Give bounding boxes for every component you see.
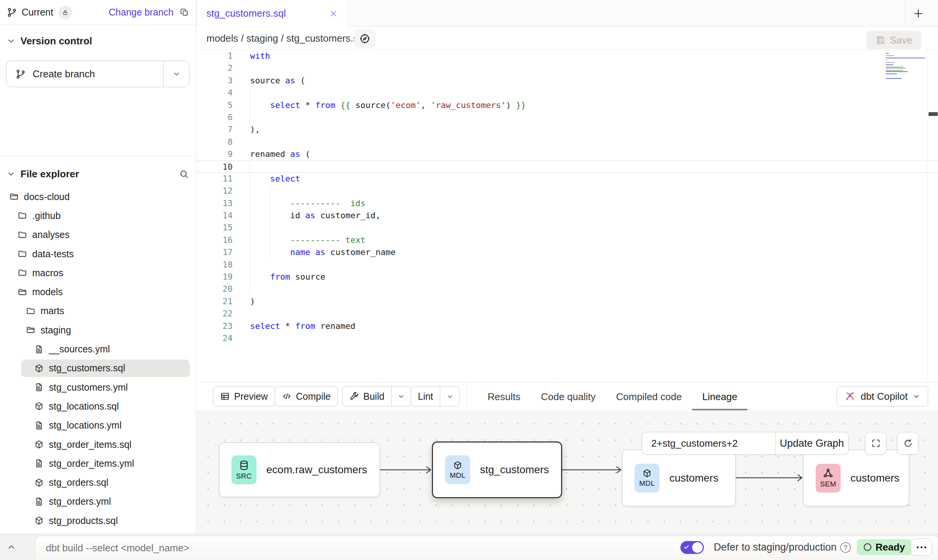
code-line-18[interactable]: 18 xyxy=(196,259,938,271)
defer-toggle[interactable] xyxy=(680,541,704,554)
tree-item-stg-order-items-sql[interactable]: stg_order_items.sql xyxy=(0,435,196,454)
code-line-21[interactable]: 21) xyxy=(196,296,938,308)
file-explorer-header[interactable]: File explorer xyxy=(0,165,196,183)
lineage-selector-input[interactable] xyxy=(642,432,775,454)
toggle-knob xyxy=(692,542,703,553)
line-number: 21 xyxy=(196,296,233,308)
lineage-node-ecom-raw-customers[interactable]: SRCecom.raw_customers xyxy=(219,443,380,497)
tree-item--github[interactable]: .github xyxy=(0,206,196,225)
tab-compiled-code[interactable]: Compiled code xyxy=(606,383,692,411)
tree-item--sources-yml[interactable]: __sources.yml xyxy=(0,339,196,358)
chevron-up-icon[interactable] xyxy=(6,542,17,552)
lineage-node-customers[interactable]: SEMcustomers xyxy=(803,450,909,506)
create-branch-dropdown[interactable] xyxy=(163,61,189,87)
minimap[interactable] xyxy=(886,53,926,80)
tree-item-label: stg_order_items.yml xyxy=(49,458,134,469)
compile-button[interactable]: Compile xyxy=(275,386,338,407)
code-line-11[interactable]: 11 select xyxy=(196,173,938,185)
create-branch-button[interactable]: Create branch xyxy=(6,61,189,87)
tree-item-staging[interactable]: staging xyxy=(0,321,196,339)
tab-results[interactable]: Results xyxy=(477,383,531,411)
tree-item-stg-locations-yml[interactable]: stg_locations.yml xyxy=(0,416,196,435)
refresh-button[interactable] xyxy=(897,432,919,455)
preview-button[interactable]: Preview xyxy=(213,386,275,407)
current-branch-label: Current xyxy=(22,7,53,18)
code-line-17[interactable]: 17 name as customer_name xyxy=(196,246,938,258)
minimap-line xyxy=(886,62,895,63)
tree-item-models[interactable]: models xyxy=(0,282,196,301)
tree-item-stg-order-items-yml[interactable]: stg_order_items.yml xyxy=(0,454,196,473)
more-options-button[interactable] xyxy=(911,538,932,556)
code-line-5[interactable]: 5 select * from {{ source('ecom', 'raw_c… xyxy=(196,99,938,111)
code-line-13[interactable]: 13 ---------- ids xyxy=(196,197,938,210)
tree-item-docs-cloud[interactable]: docs-cloud xyxy=(0,187,196,206)
code-line-9[interactable]: 9renamed as ( xyxy=(196,148,938,160)
lint-button[interactable]: Lint xyxy=(411,386,460,407)
save-button[interactable]: Save xyxy=(866,31,921,49)
code-line-8[interactable]: 8 xyxy=(196,136,938,148)
code-line-15[interactable]: 15 xyxy=(196,222,938,234)
code-line-22[interactable]: 22 xyxy=(196,308,938,320)
tree-item-analyses[interactable]: analyses xyxy=(0,225,196,244)
file-icon xyxy=(34,344,44,354)
code-line-20[interactable]: 20 xyxy=(196,283,938,295)
line-content: from source xyxy=(250,271,325,283)
command-input[interactable] xyxy=(46,536,387,560)
minimap-line xyxy=(886,67,903,67)
tree-item-marts[interactable]: marts xyxy=(0,302,196,321)
lineage-node-stg-customers[interactable]: MDLstg_customers xyxy=(432,441,562,498)
preview-label: Preview xyxy=(234,391,268,402)
code-line-19[interactable]: 19 from source xyxy=(196,271,938,283)
tree-item-stg-locations-sql[interactable]: stg_locations.sql xyxy=(0,397,196,416)
scrollbar-thumb[interactable] xyxy=(929,112,938,116)
help-icon[interactable]: ? xyxy=(840,542,851,553)
dbt-copilot-button[interactable]: dbt Copilot xyxy=(836,386,928,407)
tree-item-label: .github xyxy=(32,210,61,221)
tree-item-stg-customers-sql[interactable]: stg_customers.sql xyxy=(0,359,196,378)
create-branch-main[interactable]: Create branch xyxy=(6,61,163,87)
code-line-23[interactable]: 23select * from renamed xyxy=(196,320,938,332)
code-line-24[interactable]: 24 xyxy=(196,332,938,344)
code-line-14[interactable]: 14 id as customer_id, xyxy=(196,210,938,222)
build-button[interactable]: Build xyxy=(342,386,411,407)
code-line-1[interactable]: 1with xyxy=(196,50,938,62)
build-dropdown[interactable] xyxy=(391,386,411,406)
lineage-controls: Update Graph xyxy=(642,432,849,455)
update-graph-button[interactable]: Update Graph xyxy=(775,432,848,454)
node-label: stg_customers xyxy=(480,464,549,476)
version-control-header[interactable]: Version control xyxy=(0,32,196,50)
tree-item-data-tests[interactable]: data-tests xyxy=(0,244,196,263)
line-number: 23 xyxy=(196,320,233,332)
tree-item-macros[interactable]: macros xyxy=(0,263,196,282)
tree-item-stg-orders-sql[interactable]: stg_orders.sql xyxy=(0,473,196,492)
code-line-16[interactable]: 16 ---------- text xyxy=(196,234,938,246)
lint-dropdown[interactable] xyxy=(440,386,460,406)
code-line-3[interactable]: 3source as ( xyxy=(196,75,938,87)
tree-item-stg-products-sql[interactable]: stg_products.sql xyxy=(0,511,196,530)
code-line-10[interactable]: 10 xyxy=(196,161,938,173)
line-content: ---------- ids xyxy=(250,197,366,210)
code-line-7[interactable]: 7), xyxy=(196,124,938,136)
code-line-2[interactable]: 2 xyxy=(196,62,938,74)
code-line-6[interactable]: 6 xyxy=(196,111,938,124)
code-line-4[interactable]: 4 xyxy=(196,87,938,99)
copy-icon[interactable] xyxy=(180,8,189,17)
tree-item-stg-customers-yml[interactable]: stg_customers.yml xyxy=(0,378,196,397)
code-editor[interactable]: 1with23source as (45 select * from {{ so… xyxy=(196,50,938,382)
lineage-canvas[interactable]: SRCecom.raw_customersMDLstg_customersMDL… xyxy=(196,410,938,534)
fullscreen-button[interactable] xyxy=(865,432,886,455)
chevron-down-icon xyxy=(446,393,454,400)
tab-stg-customers-sql[interactable]: stg_customers.sql xyxy=(196,0,348,27)
code-line-12[interactable]: 12 xyxy=(196,185,938,197)
new-tab-button[interactable] xyxy=(910,5,927,22)
line-number: 4 xyxy=(196,87,233,99)
change-branch-link[interactable]: Change branch xyxy=(109,7,174,18)
tab-lineage[interactable]: Lineage xyxy=(692,383,748,411)
docs-compass-button[interactable] xyxy=(354,29,375,48)
tree-item-stg-orders-yml[interactable]: stg_orders.yml xyxy=(0,492,196,511)
close-icon[interactable] xyxy=(329,9,338,18)
search-icon[interactable] xyxy=(179,169,189,179)
tab-code-quality[interactable]: Code quality xyxy=(531,383,606,411)
lineage-node-customers[interactable]: MDLcustomers xyxy=(622,450,736,506)
line-number: 7 xyxy=(196,124,233,136)
